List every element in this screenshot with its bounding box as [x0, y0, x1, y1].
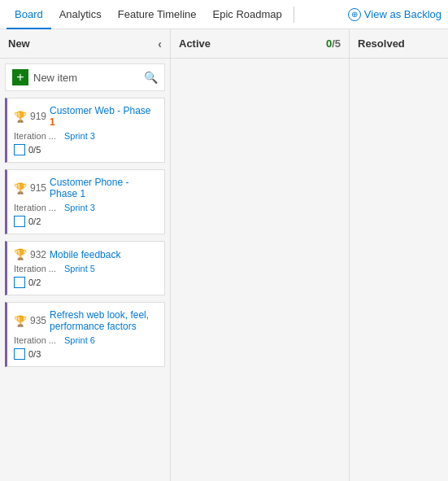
resolved-column-label: Resolved	[358, 37, 405, 50]
progress-bar-small	[14, 277, 25, 288]
card-919-progress-icon	[14, 144, 25, 155]
card-935-title[interactable]: Refresh web look, feel, performance fact…	[50, 309, 158, 332]
progress-bar-small	[14, 348, 25, 360]
progress-bar-small	[14, 216, 25, 227]
nav-board[interactable]: Board	[7, 0, 51, 29]
trophy-icon: 🏆	[14, 315, 27, 327]
nav-separator	[294, 7, 294, 23]
active-column-label: Active	[179, 37, 211, 50]
card-915-progress-icon	[14, 216, 25, 227]
active-column-header: Active 0/5	[171, 29, 350, 58]
active-total: 5	[335, 37, 341, 50]
card-932[interactable]: 🏆 932 Mobile feedback Iteration ... Spri…	[5, 241, 165, 295]
new-column-header: New ‹	[0, 29, 171, 58]
new-column: + New item 🔍 🏆 919 Customer Web - Phase …	[0, 59, 171, 481]
resolved-column	[350, 59, 448, 481]
card-932-header: 🏆 932 Mobile feedback	[14, 248, 158, 260]
new-column-chevron[interactable]: ‹	[158, 37, 162, 50]
card-932-progress: 0/2	[28, 278, 41, 287]
card-915-id: 915	[30, 182, 46, 194]
card-919-header: 🏆 919 Customer Web - Phase 1	[14, 105, 158, 128]
trophy-icon: 🏆	[14, 182, 27, 195]
card-915-progress: 0/2	[28, 216, 41, 226]
active-column-count: 0/5	[326, 37, 341, 50]
view-backlog-button[interactable]: ⊕ View as Backlog	[348, 8, 441, 21]
card-935-id: 935	[30, 315, 46, 326]
card-932-sprint[interactable]: Sprint 5	[64, 264, 95, 273]
view-backlog-label: View as Backlog	[364, 8, 441, 20]
card-935-progress-icon	[14, 348, 25, 360]
card-935-sprint[interactable]: Sprint 6	[64, 335, 95, 345]
resolved-column-header: Resolved	[350, 29, 448, 58]
trophy-icon: 🏆	[14, 111, 27, 123]
nav-epic-roadmap[interactable]: Epic Roadmap	[205, 0, 290, 29]
card-915-footer: 0/2	[14, 216, 158, 227]
nav-feature-timeline[interactable]: Feature Timeline	[110, 0, 205, 29]
card-935[interactable]: 🏆 935 Refresh web look, feel, performanc…	[5, 302, 165, 367]
card-919-title[interactable]: Customer Web - Phase 1	[50, 105, 158, 128]
card-932-meta: Iteration ... Sprint 5	[14, 264, 158, 273]
nav-analytics[interactable]: Analytics	[51, 0, 110, 29]
card-932-progress-icon	[14, 277, 25, 288]
card-915-iteration-label: Iteration ...	[14, 203, 56, 212]
card-919-sprint[interactable]: Sprint 3	[64, 131, 95, 141]
card-919[interactable]: 🏆 919 Customer Web - Phase 1 Iteration .…	[5, 98, 165, 163]
new-item-label: New item	[33, 72, 139, 84]
card-935-header: 🏆 935 Refresh web look, feel, performanc…	[14, 309, 158, 332]
active-column	[171, 59, 350, 481]
card-932-footer: 0/2	[14, 277, 158, 288]
add-item-button[interactable]: +	[12, 69, 28, 85]
card-919-footer: 0/5	[14, 144, 158, 155]
new-column-label: New	[8, 37, 30, 50]
card-919-highlight: 1	[50, 116, 55, 128]
card-919-progress: 0/5	[28, 145, 41, 155]
card-935-progress: 0/3	[28, 349, 41, 359]
view-backlog-icon: ⊕	[348, 8, 361, 21]
progress-bar-small	[14, 144, 25, 155]
card-915[interactable]: 🏆 915 Customer Phone - Phase 1 Iteration…	[5, 169, 165, 234]
card-919-id: 919	[30, 111, 46, 122]
new-item-bar[interactable]: + New item 🔍	[5, 63, 165, 91]
card-932-title[interactable]: Mobile feedback	[50, 249, 120, 260]
main-content: + New item 🔍 🏆 919 Customer Web - Phase …	[0, 59, 448, 481]
card-919-meta: Iteration ... Sprint 3	[14, 131, 158, 141]
card-915-meta: Iteration ... Sprint 3	[14, 203, 158, 212]
card-935-meta: Iteration ... Sprint 6	[14, 335, 158, 345]
search-icon[interactable]: 🔍	[144, 71, 158, 84]
card-932-id: 932	[30, 249, 46, 260]
card-915-sprint[interactable]: Sprint 3	[64, 203, 95, 212]
top-nav: Board Analytics Feature Timeline Epic Ro…	[0, 0, 448, 29]
card-919-iteration-label: Iteration ...	[14, 131, 56, 141]
card-935-iteration-label: Iteration ...	[14, 335, 56, 345]
card-935-footer: 0/3	[14, 348, 158, 360]
card-915-header: 🏆 915 Customer Phone - Phase 1	[14, 177, 158, 199]
card-932-iteration-label: Iteration ...	[14, 264, 56, 273]
card-915-title[interactable]: Customer Phone - Phase 1	[50, 177, 158, 199]
columns-header: New ‹ Active 0/5 Resolved	[0, 29, 448, 59]
trophy-icon: 🏆	[14, 248, 27, 260]
